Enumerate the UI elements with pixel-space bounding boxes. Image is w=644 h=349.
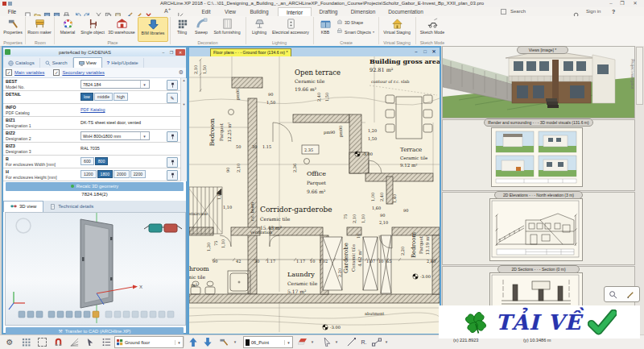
restore-button[interactable]: ❐ <box>617 0 628 7</box>
height-2000-button[interactable]: 2000 <box>114 170 130 178</box>
panel-2d-sections-header[interactable]: 2D Sections - · - Section (0 m) <box>497 265 580 273</box>
smart-objects-button[interactable]: Smart Objects ▾ <box>336 28 374 35</box>
tab-search[interactable]: Search <box>40 58 73 68</box>
relative-coords-icon[interactable]: R. <box>357 336 370 347</box>
panel-3d-visuals-header[interactable]: Render and surrounding - · - 3D model vi… <box>484 118 593 127</box>
parts4cad-titlebar[interactable]: parts4cad by CADENAS – ❐ ✕ <box>3 48 186 56</box>
new-doc-icon[interactable] <box>24 8 32 15</box>
pdf-catalog-link[interactable]: PDF Katalog <box>80 107 105 112</box>
tab-view[interactable]: View <box>73 57 102 68</box>
edit-button[interactable]: ✎ <box>167 93 178 103</box>
copy-icon[interactable] <box>105 8 113 15</box>
pin-button[interactable] <box>167 131 178 142</box>
secondary-variables-link[interactable]: Secondary variables <box>62 70 105 75</box>
pin-button[interactable] <box>167 170 178 181</box>
gear-icon[interactable]: ⚙ <box>179 69 184 76</box>
width-800-button[interactable]: 800 <box>95 157 109 165</box>
model-no-select[interactable]: 7824.184▾ <box>80 80 150 89</box>
delete-icon[interactable] <box>145 8 153 15</box>
floor-down-icon[interactable] <box>201 336 214 347</box>
table-row[interactable]: BFor enclosures Width [mm] 600800 <box>3 156 180 168</box>
tab-technical-details[interactable]: Technical details <box>43 202 100 212</box>
pencil-icon[interactable] <box>135 8 143 15</box>
select-arrow-icon[interactable] <box>320 336 333 347</box>
selection-marquee-icon[interactable] <box>35 336 48 347</box>
sign-in-link[interactable]: Sign in <box>586 7 601 16</box>
secondary-variables-checkbox[interactable]: ✓ <box>53 69 60 76</box>
plan-close-button[interactable]: ✕ <box>430 48 438 56</box>
main-variables-checkbox[interactable]: ✓ <box>6 69 12 76</box>
node-dropdown-icon[interactable]: ▾ <box>383 336 390 347</box>
hammer-tool-icon[interactable] <box>217 336 230 347</box>
detail-middle-button[interactable]: middle <box>94 93 113 101</box>
height-1200-button[interactable]: 1200 <box>80 170 97 178</box>
home-icon[interactable] <box>501 9 506 15</box>
magnet-snap-icon[interactable] <box>52 336 64 347</box>
table-row[interactable]: BIZ3Designation 3 RAL 7035 <box>3 143 180 156</box>
sweep-button[interactable]: Sweep <box>192 17 210 40</box>
panel-2d-elevations-header[interactable]: 2D Elevations - · - North elevation (3 m… <box>494 191 583 199</box>
print-icon[interactable] <box>63 8 71 15</box>
paste-icon[interactable] <box>114 8 122 15</box>
warehouse-3d-button[interactable]: 3D warehouse <box>107 17 136 40</box>
snap-angle-icon[interactable] <box>177 8 185 15</box>
tab-3d-view[interactable]: 3D view <box>3 201 43 212</box>
close-button[interactable]: ✕ <box>630 0 641 7</box>
parts-minimize-button[interactable]: – <box>159 49 167 56</box>
cut-icon[interactable] <box>95 8 103 15</box>
parts-close-button[interactable]: ✕ <box>175 49 185 56</box>
tab-drafting[interactable]: Drafting <box>314 7 343 16</box>
detail-low-button[interactable]: low <box>80 93 93 101</box>
tab-catalogs[interactable]: Catalogs <box>3 58 40 68</box>
floating-zoom-toolbar[interactable] <box>604 286 640 302</box>
material-button[interactable]: Material <box>57 17 78 40</box>
properties-button[interactable]: Properties <box>2 17 23 40</box>
bim-libraries-button[interactable]: BIM libraries <box>138 17 168 42</box>
text-style-icon[interactable]: A⁺ <box>164 8 175 15</box>
table-row[interactable]: DETAIL lowmiddlehigh ✎ <box>3 91 180 104</box>
list-options-icon[interactable] <box>100 336 113 347</box>
parts-maximize-button[interactable]: ❐ <box>167 49 175 56</box>
undo-icon[interactable] <box>74 8 82 15</box>
pencil-icon[interactable] <box>626 290 635 299</box>
cursor-mode-icon[interactable] <box>84 336 97 347</box>
settings-gear-icon[interactable]: ⚙ <box>3 336 16 347</box>
pin-button[interactable] <box>167 157 178 168</box>
line-tool-icon[interactable] <box>345 336 357 347</box>
open-folder-icon[interactable] <box>34 8 42 15</box>
main-variables-link[interactable]: Main variables <box>14 70 44 75</box>
tab-dimension[interactable]: Dimension <box>346 7 380 16</box>
floorplan-canvas[interactable]: -3.00 -3.00 -3.00 Open terrace Ceramic t… <box>189 56 440 334</box>
table-scrollbar[interactable]: ▲▼ <box>180 78 187 181</box>
tiling-button[interactable]: Tiling <box>173 17 191 40</box>
save-icon[interactable] <box>43 8 52 15</box>
width-600-button[interactable]: 600 <box>80 157 94 165</box>
panel-views-image[interactable] <box>442 46 635 118</box>
measure-icon[interactable] <box>155 8 163 15</box>
tab-help-update[interactable]: ?Help/Update <box>102 58 144 68</box>
lighting-button[interactable]: Lighting <box>249 17 270 40</box>
plan-minimize-button[interactable]: – <box>412 48 420 56</box>
eraser-icon[interactable] <box>296 336 309 347</box>
minimize-button[interactable]: – <box>605 0 617 7</box>
plan-maximize-button[interactable]: □ <box>421 48 429 56</box>
preview-3d-viewport[interactable]: X <box>5 212 186 326</box>
angle-rays-icon[interactable] <box>68 336 80 347</box>
shape-3d-button[interactable]: 3D Shape <box>336 19 374 26</box>
floor-up-icon[interactable] <box>187 336 200 347</box>
panel-views-header[interactable]: Views [image] * <box>517 46 568 54</box>
redo-icon[interactable] <box>84 8 92 15</box>
search-input[interactable]: Search <box>510 7 526 16</box>
room-maker-button[interactable]: Room maker <box>27 17 52 40</box>
table-row[interactable]: BIZ1Designation 1 DK-TS sheet steel door… <box>3 117 180 130</box>
hammer-dropdown-icon[interactable]: ▾ <box>232 336 238 347</box>
tab-documentation[interactable]: Documentation <box>383 7 428 16</box>
floor-selector[interactable]: Ground floor ▾ <box>114 336 184 348</box>
detail-high-button[interactable]: high <box>114 93 128 101</box>
grid-snap-icon[interactable] <box>19 336 32 347</box>
table-row[interactable]: INFOPDF Catalog PDF Katalog <box>3 104 180 117</box>
save-all-icon[interactable] <box>53 8 61 15</box>
table-row[interactable]: BESTModel No. 7824.184▾ <box>3 78 180 91</box>
soft-furnishing-button[interactable]: Soft furnishing <box>212 17 242 40</box>
size-select[interactable]: WxH 800x1800 mm▾ <box>80 131 150 140</box>
